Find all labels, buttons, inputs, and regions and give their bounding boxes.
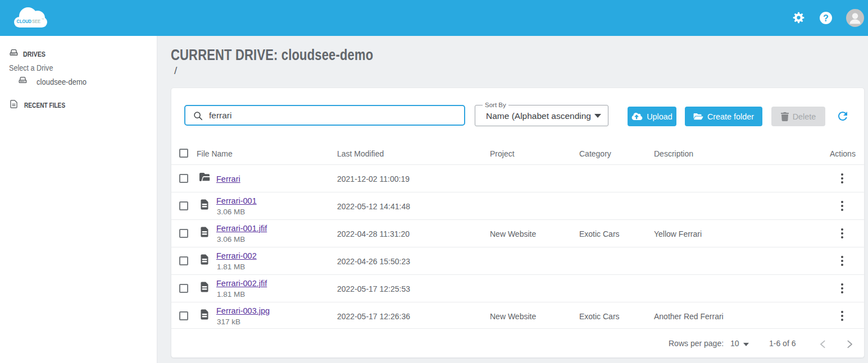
svg-text:CLOUD: CLOUD (17, 18, 32, 24)
svg-text:SEE: SEE (32, 18, 40, 24)
svg-text:?: ? (823, 13, 829, 23)
svg-text:™: ™ (42, 17, 44, 21)
